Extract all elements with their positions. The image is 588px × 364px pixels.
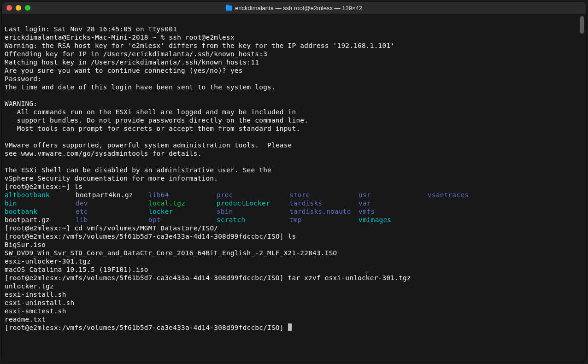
ls-entry: dev bbox=[76, 199, 148, 207]
ls-entry: opt bbox=[148, 216, 217, 224]
scrollbar-thumb[interactable] bbox=[580, 16, 584, 34]
prompt-esxi-iso: [root@e2mlesx:/vmfs/volumes/5f61b5d7-ca3… bbox=[5, 324, 288, 331]
ls-entry: locker bbox=[148, 207, 217, 216]
tar-output: unlocker.tgz esxi-install.sh esxi-uninst… bbox=[5, 282, 578, 323]
ls-entry: lib bbox=[76, 216, 148, 224]
cursor bbox=[288, 323, 292, 331]
ls-entry: bootpart.gz bbox=[5, 216, 76, 224]
terminal-area[interactable]: Last login: Sat Nov 28 16:45:05 on ttys0… bbox=[2, 14, 586, 362]
traffic-lights bbox=[6, 5, 30, 11]
motd-line: support bundles. Do not provide password… bbox=[5, 117, 308, 124]
terminal-content[interactable]: Last login: Sat Nov 28 16:45:05 on ttys0… bbox=[5, 17, 578, 359]
ls-entry: bin bbox=[5, 199, 76, 207]
ls-entry bbox=[428, 199, 578, 207]
ls-entry: lib64 bbox=[148, 191, 217, 199]
line-warn3: Matching host key in /Users/erickdimalan… bbox=[5, 59, 259, 66]
ls-entry: var bbox=[359, 199, 428, 207]
titlebar: erickdimalanta — ssh root@e2mlesx — 139×… bbox=[2, 2, 586, 14]
ls-entry: store bbox=[289, 191, 359, 199]
cmd-tar: tar xzvf esxi-unlocker-301.tgz bbox=[288, 274, 411, 282]
ls-entry: altbootbank bbox=[5, 191, 76, 199]
motd-line: Most tools can prompt for secrets or acc… bbox=[5, 125, 300, 132]
folder-icon bbox=[226, 6, 232, 11]
line-warn1: Warning: the RSA host key for 'e2mlesx' … bbox=[5, 42, 394, 49]
motd-line: The ESXi Shell can be disabled by an adm… bbox=[5, 166, 271, 174]
line-confirm: Are you sure you want to continue connec… bbox=[5, 67, 243, 74]
cmd-cd: cd vmfs/volumes/MGMT_Datastore/ISO/ bbox=[74, 224, 218, 232]
motd-line: All commands run on the ESXi shell are l… bbox=[5, 108, 296, 116]
ls-entry: tardisks.noauto bbox=[289, 207, 359, 216]
ls-entry: local.tgz bbox=[148, 199, 217, 207]
line-password: Password: bbox=[5, 75, 41, 82]
line-warn2: Offending key for IP in /Users/erickdima… bbox=[5, 50, 267, 58]
ls-entry: bootbank bbox=[5, 207, 76, 216]
cmd-ls: ls bbox=[74, 183, 82, 190]
ls-entry: vmfs bbox=[359, 207, 428, 216]
window-title-text: erickdimalanta — ssh root@e2mlesx — 139×… bbox=[235, 5, 362, 12]
ls-output-root: altbootbankbootpart4kn.gzlib64procstoreu… bbox=[5, 191, 578, 224]
cmd-ssh: ssh root@e2mlesx bbox=[169, 34, 235, 41]
prompt-esxi-iso: [root@e2mlesx:/vmfs/volumes/5f61b5d7-ca3… bbox=[5, 233, 288, 240]
ls-entry: productLocker bbox=[217, 199, 289, 207]
motd-line: see www.vmware.com/go/sysadmintools for … bbox=[5, 150, 202, 157]
prompt-esxi-iso: [root@e2mlesx:/vmfs/volumes/5f61b5d7-ca3… bbox=[5, 274, 288, 282]
close-button[interactable] bbox=[6, 5, 12, 11]
ls-entry: tmp bbox=[289, 216, 359, 224]
zoom-button[interactable] bbox=[25, 5, 30, 11]
ls-entry: etc bbox=[76, 207, 148, 216]
prompt-esxi-home: [root@e2mlesx:~] bbox=[5, 224, 74, 232]
ls-entry bbox=[428, 216, 578, 224]
ls-entry: usr bbox=[359, 191, 428, 199]
line-logged: The time and date of this login have bee… bbox=[5, 83, 276, 91]
ls-entry: proc bbox=[217, 191, 289, 199]
ls-entry: bootpart4kn.gz bbox=[76, 191, 148, 199]
ls-entry: tardisks bbox=[289, 199, 359, 207]
prompt-esxi-home: [root@e2mlesx:~] bbox=[5, 183, 74, 190]
line-last-login: Last login: Sat Nov 28 16:45:05 on ttys0… bbox=[5, 25, 177, 33]
ls-entry: vmimages bbox=[359, 216, 428, 224]
motd-header: WARNING: bbox=[5, 100, 37, 107]
motd-line: vSphere Security documentation for more … bbox=[5, 175, 218, 182]
ls-entry bbox=[428, 207, 578, 216]
ls-output-iso: BigSur.iso SW_DVD9_Win_Svr_STD_Core_and_… bbox=[5, 241, 578, 274]
minimize-button[interactable] bbox=[16, 5, 21, 11]
terminal-window: erickdimalanta — ssh root@e2mlesx — 139×… bbox=[2, 2, 586, 362]
window-title: erickdimalanta — ssh root@e2mlesx — 139×… bbox=[2, 5, 586, 12]
motd-line: VMware offers supported, powerful system… bbox=[5, 141, 292, 149]
cmd-ls2: ls bbox=[288, 233, 296, 240]
ls-entry: vsantraces bbox=[428, 191, 578, 199]
prompt-local: erickdimalanta@Ericks-Mac-Mini-2018 ~ % bbox=[5, 34, 169, 41]
scrollbar[interactable] bbox=[579, 15, 585, 361]
ls-entry: sbin bbox=[217, 207, 289, 216]
ls-entry: scratch bbox=[217, 216, 289, 224]
